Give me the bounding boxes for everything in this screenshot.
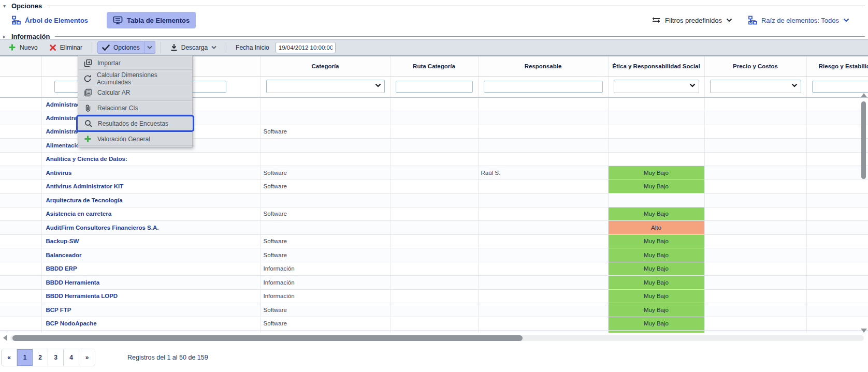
predefined-filters-dropdown[interactable]: Filtros predefinidos xyxy=(652,16,732,24)
riesgo-cell xyxy=(806,139,868,153)
row-select-cell xyxy=(0,166,41,180)
table-row: Backup-SWSoftwareMuy Bajo xyxy=(0,234,868,248)
etica-rating-cell: Muy Bajo xyxy=(608,276,704,290)
table-view-button[interactable]: Tabla de Elementos xyxy=(107,12,196,28)
download-button[interactable]: Descarga xyxy=(166,41,221,53)
expand-triangle-icon[interactable]: ▸ xyxy=(3,34,8,39)
riesgo-cell xyxy=(806,166,868,180)
menu-item-calcular-ar[interactable]: Calcular AR xyxy=(78,85,192,99)
collapse-triangle-icon[interactable]: ▾ xyxy=(3,3,8,9)
categoria-filter-select[interactable] xyxy=(266,80,385,93)
menu-item-resultados-de-encuestas[interactable]: Resultados de Encuestas xyxy=(76,115,194,132)
row-select-cell xyxy=(0,139,41,153)
ruta-categoria-cell xyxy=(390,139,478,153)
responsable-cell xyxy=(478,317,608,331)
pagination-bar: «1234» Registros del 1 al 50 de 159 xyxy=(1,349,208,366)
options-button[interactable]: Opciones xyxy=(97,41,144,54)
element-name-link[interactable]: Backup-SW xyxy=(41,234,261,248)
responsable-cell xyxy=(478,207,608,221)
element-name-link[interactable]: BCP NodoApache xyxy=(41,317,261,331)
element-name-link[interactable]: BBDD Herramienta xyxy=(41,276,261,290)
new-button-label: Nuevo xyxy=(20,44,38,51)
element-name-link[interactable]: Antivirus xyxy=(41,166,261,180)
rating-badge: Muy Bajo xyxy=(609,248,704,262)
ruta-categoria-cell xyxy=(390,194,478,207)
element-name-link[interactable]: Balanceador xyxy=(41,248,261,262)
categoria-cell: Software xyxy=(261,180,390,194)
responsable-cell xyxy=(478,125,608,139)
page-button-«[interactable]: « xyxy=(2,349,17,366)
riesgo-cell xyxy=(806,194,868,207)
scroll-down-arrow-icon[interactable] xyxy=(861,329,867,333)
element-name-link[interactable]: BBDD Herramienta LOPD xyxy=(41,289,261,303)
rating-badge: Muy Bajo xyxy=(609,276,704,289)
etica-rating-cell xyxy=(608,125,704,139)
menu-item-valoraci-n-general[interactable]: Valoración General xyxy=(78,132,192,146)
page-button-3[interactable]: 3 xyxy=(48,349,64,366)
etica-rating-cell: Muy Bajo xyxy=(608,331,704,333)
page-button-4[interactable]: 4 xyxy=(64,349,79,366)
responsable-cell xyxy=(478,234,608,248)
ruta-categoria-filter-input[interactable] xyxy=(396,81,473,93)
document-icon xyxy=(83,88,92,97)
new-button[interactable]: Nuevo xyxy=(4,41,42,53)
start-date-input[interactable] xyxy=(276,42,336,53)
precio-cell xyxy=(704,317,806,331)
riesgo-cell xyxy=(806,180,868,194)
column-header-riesgo-y-estabilidad[interactable]: Riesgo y Estabilidad xyxy=(806,56,868,76)
row-select-cell xyxy=(0,207,41,221)
table-row: BBDD Herramienta LOPDInformaciónMuy Bajo xyxy=(0,289,868,303)
categoria-cell: Software xyxy=(261,248,390,262)
vertical-scroll-thumb[interactable] xyxy=(861,101,866,179)
etica-rating-cell: Muy Bajo xyxy=(608,234,704,248)
root-elements-dropdown[interactable]: Raíz de elementos: Todos xyxy=(748,16,849,25)
element-name-link[interactable]: BBDD ERP xyxy=(41,262,261,276)
menu-item-calcular-dimensiones-acumuladas[interactable]: Calcular Dimensiones Acumuladas xyxy=(78,71,192,85)
element-name-link[interactable]: AuditFirm Consultores Financieros S.A. xyxy=(41,221,261,235)
plus-icon xyxy=(8,43,16,51)
page-button-2[interactable]: 2 xyxy=(33,349,48,366)
vertical-scrollbar[interactable] xyxy=(861,93,866,333)
menu-item-importar[interactable]: Importar xyxy=(78,56,192,70)
element-name-link[interactable]: Analítica y Ciencia de Datos: xyxy=(41,152,261,166)
column-header-categoría[interactable]: Categoría xyxy=(261,56,390,76)
element-name-link[interactable]: BCP FTP xyxy=(41,303,261,317)
page-button-»[interactable]: » xyxy=(79,349,95,366)
etica-filter-select[interactable] xyxy=(614,80,699,93)
delete-button[interactable]: Eliminar xyxy=(45,42,86,53)
chevron-down-icon xyxy=(211,46,216,49)
section-divider xyxy=(47,6,865,6)
tree-view-button[interactable]: Árbol de Elementos xyxy=(5,12,94,28)
element-name-link[interactable]: Asistencia en carretera xyxy=(41,207,261,221)
options-dropdown-arrow[interactable] xyxy=(144,41,155,54)
column-header-ética-y-responsabilidad-social[interactable]: Ética y Responsabilidad Social xyxy=(608,56,704,76)
menu-item-relacionar-cis[interactable]: Relacionar CIs xyxy=(78,101,192,115)
horizontal-scroll-track[interactable] xyxy=(10,335,864,341)
element-name-link[interactable] xyxy=(41,331,261,333)
ruta-categoria-cell xyxy=(390,289,478,303)
import-icon xyxy=(83,58,92,67)
ruta-categoria-cell xyxy=(390,276,478,290)
table-row: BCP FTPSoftwareMuy Bajo xyxy=(0,303,868,317)
horizontal-scroll-thumb[interactable] xyxy=(12,335,523,341)
precio-cell xyxy=(704,331,806,333)
column-header-ruta-categoría[interactable]: Ruta Categoría xyxy=(390,56,478,76)
page-button-1[interactable]: 1 xyxy=(17,349,33,366)
column-header-responsable[interactable]: Responsable xyxy=(478,56,608,76)
element-name-link[interactable]: Arquitectura de Tecnología xyxy=(41,194,261,207)
horizontal-scrollbar[interactable] xyxy=(0,334,868,342)
scroll-left-arrow-icon[interactable] xyxy=(3,335,7,341)
rating-badge: Alto xyxy=(609,221,704,234)
search-icon xyxy=(84,119,93,128)
element-name-link[interactable]: Antivirus Administrator KIT xyxy=(41,180,261,194)
chevron-down-icon xyxy=(375,83,381,87)
precio-filter-select[interactable] xyxy=(710,80,801,93)
scroll-up-arrow-icon[interactable] xyxy=(861,93,867,97)
riesgo-filter-input[interactable] xyxy=(812,81,868,93)
responsable-filter-input[interactable] xyxy=(484,81,603,93)
table-row: BBDD HerramientaInformaciónMuy Bajo xyxy=(0,276,868,290)
column-header-precio-y-costos[interactable]: Precio y Costos xyxy=(704,56,806,76)
section-opciones: ▾ Opciones xyxy=(0,0,868,11)
table-row: AuditFirm Consultores Financieros S.A.Al… xyxy=(0,221,868,235)
responsable-cell xyxy=(478,97,608,111)
